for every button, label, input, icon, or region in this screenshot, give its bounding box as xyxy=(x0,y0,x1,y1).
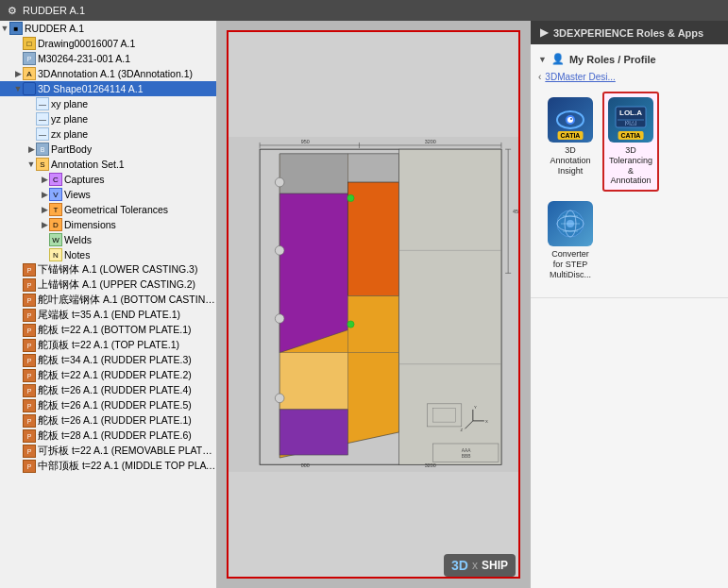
part-casting-icon: P xyxy=(23,399,36,412)
svg-text:000: 000 xyxy=(301,462,310,468)
svg-point-46 xyxy=(570,118,572,120)
tree-item-3dannotation[interactable]: ▶ A 3DAnnotation A.1 (3DAnnotation.1) xyxy=(0,66,216,81)
tree-label: 3DAnnotation A.1 (3DAnnotation.1) xyxy=(36,68,193,79)
part-casting-icon: P xyxy=(23,263,36,277)
expand-arrow xyxy=(13,326,23,335)
logo-3d: 3D xyxy=(451,558,468,573)
part-casting-icon: P xyxy=(23,339,36,352)
panel-header: ▶ 3DEXPERIENCE Roles & Apps xyxy=(531,21,728,44)
views-icon: V xyxy=(49,188,62,201)
expand-arrow xyxy=(13,265,23,275)
part-casting-icon: P xyxy=(23,460,36,473)
tree-item-part[interactable]: P 舵叶底端钢体 A.1 (BOTTOM CASTING.2) xyxy=(0,293,216,308)
drawing-svg: 950 3200 xyxy=(229,32,518,577)
viewport[interactable]: 950 3200 xyxy=(217,21,530,588)
expand-arrow: ▶ xyxy=(26,144,36,154)
tree-item-part[interactable]: P 舵顶板 t=22 A.1 (TOP PLATE.1) xyxy=(0,338,216,353)
svg-point-45 xyxy=(567,117,573,123)
panel-header-icon: ▶ xyxy=(540,26,548,39)
expand-arrow xyxy=(13,280,23,290)
expand-arrow xyxy=(13,311,23,320)
part-casting-icon: P xyxy=(23,278,36,292)
svg-text:3200: 3200 xyxy=(425,139,436,144)
tree-item-m30264[interactable]: P M30264-231-001 A.1 xyxy=(0,51,216,66)
part-casting-icon: P xyxy=(23,445,36,458)
app-label-converter: Converter for STEP MultiDisc... xyxy=(548,249,593,279)
converter-svg xyxy=(553,207,587,241)
svg-rect-14 xyxy=(279,353,347,410)
part-label: 舵叶底端钢体 A.1 (BOTTOM CASTING.2) xyxy=(36,294,216,307)
part-label: 中部顶板 t=22 A.1 (MIDDLE TOP PLATE.1) xyxy=(36,460,216,473)
tree-item-part[interactable]: P 舵板 t=34 A.1 (RUDDER PLATE.3) xyxy=(0,353,216,368)
section-expand-arrow[interactable]: ▼ xyxy=(538,55,547,64)
expand-arrow: ▶ xyxy=(40,190,49,199)
plane-icon: — xyxy=(36,127,49,141)
logo-x: x xyxy=(472,559,478,572)
part-casting-icon: P xyxy=(23,369,36,382)
logo-ship: SHIP xyxy=(482,559,508,572)
my-roles-title: ▼ 👤 My Roles / Profile xyxy=(538,50,720,68)
expand-arrow: ▶ xyxy=(40,220,49,229)
tree-item-part[interactable]: P 中部顶板 t=22 A.1 (MIDDLE TOP PLATE.1) xyxy=(0,459,216,474)
my-roles-label: My Roles / Profile xyxy=(569,54,656,65)
tree-item-3dshape[interactable]: ▼ 3D Shape01264114 A.1 xyxy=(0,81,216,96)
breadcrumb-arrow[interactable]: ‹ xyxy=(538,72,541,82)
shape-icon xyxy=(23,82,36,95)
tree-panel[interactable]: ▼ ■ RUDDER A.1 □ Drawing00016007 A.1 P M… xyxy=(0,21,217,588)
tree-item-rudder[interactable]: ▼ ■ RUDDER A.1 xyxy=(0,21,216,36)
svg-rect-16 xyxy=(279,410,347,455)
expand-arrow xyxy=(13,54,23,63)
tree-item-annotset[interactable]: ▼ S Annotation Set.1 xyxy=(0,157,216,172)
tree-item-part[interactable]: P 舵板 t=28 A.1 (RUDDER PLATE.6) xyxy=(0,428,216,444)
drawing-icon: □ xyxy=(23,37,36,50)
tree-item-part[interactable]: P 可拆板 t=22 A.1 (REMOVABLE PLATE.1) xyxy=(0,444,216,459)
svg-text:Z: Z xyxy=(461,428,464,432)
app-item-converter[interactable]: Converter for STEP MultiDisc... xyxy=(542,195,599,285)
tree-item-views[interactable]: ▶ V Views xyxy=(0,187,216,202)
tree-item-part[interactable]: P 舵板 t=22 A.1 (RUDDER PLATE.2) xyxy=(0,368,216,383)
part-label: 尾端板 t=35 A.1 (END PLATE.1) xyxy=(36,309,180,322)
parts-list: P 下锚钢体 A.1 (LOWER CASTING.3) P 上锚钢体 A.1 … xyxy=(0,262,216,474)
tree-item-xy[interactable]: — xy plane xyxy=(0,96,216,111)
tree-item-zx[interactable]: — zx plane xyxy=(0,126,216,142)
part-label: 舵板 t=22 A.1 (RUDDER PLATE.2) xyxy=(36,369,192,382)
annotation-icon: A xyxy=(23,67,36,80)
tree-item-part[interactable]: P 舵板 t=26 A.1 (RUDDER PLATE.5) xyxy=(0,398,216,413)
tree-item-notes[interactable]: N Notes xyxy=(0,247,216,262)
app-item-tolerancing[interactable]: LOL.A |◊|△| CATIA 3D Tolerancing & Annot… xyxy=(602,92,659,192)
expand-arrow: ▶ xyxy=(40,175,49,184)
breadcrumb-text[interactable]: 3DMaster Desi... xyxy=(545,72,615,82)
app-item-annotation-insight[interactable]: CATIA 3D Annotation Insight xyxy=(542,92,599,192)
tree-item-welds[interactable]: W Welds xyxy=(0,232,216,247)
tree-item-part[interactable]: P 上锚钢体 A.1 (UPPER CASTING.2) xyxy=(0,277,216,293)
tree-label: Drawing00016007 A.1 xyxy=(36,38,135,49)
tree-label: zx plane xyxy=(49,128,88,140)
expand-arrow: ▶ xyxy=(40,205,49,214)
tree-item-part[interactable]: P 舵板 t=26 A.1 (RUDDER PLATE.4) xyxy=(0,383,216,398)
part-label: 舵板 t=26 A.1 (RUDDER PLATE.4) xyxy=(36,384,192,397)
svg-point-31 xyxy=(347,194,354,201)
tree-item-dimensions[interactable]: ▶ D Dimensions xyxy=(0,217,216,232)
expand-arrow xyxy=(13,416,23,426)
tree-item-yz[interactable]: — yz plane xyxy=(0,111,216,126)
tree-item-drawing[interactable]: □ Drawing00016007 A.1 xyxy=(0,36,216,51)
tree-item-geomtol[interactable]: ▶ T Geometrical Tolerances xyxy=(0,202,216,217)
my-roles-section: ▼ 👤 My Roles / Profile ‹ 3DMaster Desi..… xyxy=(531,44,728,298)
tree-item-part[interactable]: P 舵板 t=26 A.1 (RUDDER PLATE.1) xyxy=(0,413,216,428)
catia-badge: CATIA xyxy=(618,131,644,140)
tree-label: 3D Shape01264114 A.1 xyxy=(36,83,144,94)
svg-point-39 xyxy=(275,177,284,187)
tree-item-part[interactable]: P 尾端板 t=35 A.1 (END PLATE.1) xyxy=(0,308,216,323)
tree-item-part[interactable]: P 舵板 t=22 A.1 (BOTTOM PLATE.1) xyxy=(0,323,216,338)
expand-arrow xyxy=(13,356,23,365)
tree-item-captures[interactable]: ▶ C Captures xyxy=(0,172,216,187)
tree-item-partbody[interactable]: ▶ B PartBody xyxy=(0,142,216,157)
part-label: 舵顶板 t=22 A.1 (TOP PLATE.1) xyxy=(36,339,179,352)
tree-label: Welds xyxy=(62,234,92,245)
tree-label: Geometrical Tolerances xyxy=(62,204,168,215)
viewport-logo: 3D x SHIP xyxy=(444,554,516,577)
title-text: RUDDER A.1 xyxy=(23,5,85,16)
app-icon-tolerancing: LOL.A |◊|△| CATIA xyxy=(608,97,653,143)
tree-item-part[interactable]: P 下锚钢体 A.1 (LOWER CASTING.3) xyxy=(0,262,216,277)
expand-arrow xyxy=(13,386,23,395)
